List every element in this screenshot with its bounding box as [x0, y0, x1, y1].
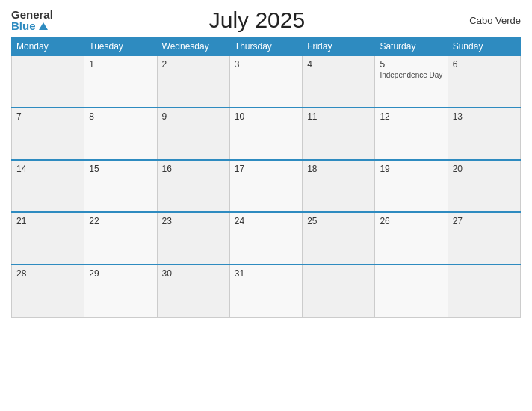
day-cell: 17 [229, 160, 302, 212]
day-cell: 22 [84, 212, 157, 265]
day-number: 19 [380, 164, 442, 174]
day-cell: 31 [229, 265, 302, 317]
day-number: 3 [235, 59, 297, 69]
day-cell: 15 [84, 160, 157, 212]
day-number: 21 [16, 216, 79, 226]
day-cell: 13 [448, 108, 520, 160]
day-cell: 24 [229, 212, 302, 265]
day-cell [303, 265, 375, 317]
day-cell [375, 265, 448, 317]
day-cell: 21 [12, 212, 84, 265]
header-wednesday: Wednesday [157, 38, 229, 56]
day-number: 1 [89, 59, 152, 69]
calendar-title: July 2025 [53, 7, 461, 33]
day-number: 30 [162, 268, 225, 279]
day-number: 15 [89, 164, 152, 174]
day-cell: 2 [157, 55, 229, 108]
day-cell: 5Independence Day [375, 55, 448, 108]
day-number: 23 [162, 216, 225, 226]
day-cell: 16 [157, 160, 229, 212]
header-friday: Friday [303, 38, 375, 56]
day-number: 16 [162, 164, 225, 174]
day-cell: 28 [12, 265, 84, 317]
calendar-table: Monday Tuesday Wednesday Thursday Friday… [11, 37, 521, 318]
day-cell: 9 [157, 108, 229, 160]
day-number: 29 [89, 268, 152, 279]
day-cell: 18 [303, 160, 375, 212]
day-cell [12, 55, 84, 108]
logo-triangle-icon [39, 22, 48, 30]
day-number: 11 [307, 111, 370, 122]
day-cell: 29 [84, 265, 157, 317]
days-header-row: Monday Tuesday Wednesday Thursday Friday… [12, 38, 521, 56]
week-row-4: 21222324252627 [12, 212, 521, 265]
logo: General Blue [11, 9, 53, 31]
day-number: 8 [89, 111, 152, 122]
header-tuesday: Tuesday [84, 38, 157, 56]
calendar-header: General Blue July 2025 Cabo Verde [11, 7, 521, 33]
day-cell: 11 [303, 108, 375, 160]
day-number: 24 [235, 216, 297, 226]
day-number: 6 [453, 59, 516, 69]
day-number: 31 [235, 268, 297, 279]
week-row-1: 12345Independence Day6 [12, 55, 521, 108]
day-number: 7 [16, 111, 79, 122]
day-number: 5 [380, 59, 442, 69]
day-cell: 20 [448, 160, 520, 212]
day-number: 10 [235, 111, 297, 122]
day-number: 18 [307, 164, 370, 174]
day-number: 28 [16, 268, 79, 279]
day-number: 17 [235, 164, 297, 174]
day-cell: 3 [229, 55, 302, 108]
day-number: 20 [453, 164, 516, 174]
week-row-3: 14151617181920 [12, 160, 521, 212]
day-number: 2 [162, 59, 225, 69]
header-saturday: Saturday [375, 38, 448, 56]
day-cell: 26 [375, 212, 448, 265]
day-cell: 8 [84, 108, 157, 160]
day-cell: 30 [157, 265, 229, 317]
day-cell: 23 [157, 212, 229, 265]
day-number: 14 [16, 164, 79, 174]
day-cell: 12 [375, 108, 448, 160]
day-cell: 27 [448, 212, 520, 265]
day-number: 9 [162, 111, 225, 122]
day-cell [448, 265, 520, 317]
day-number: 12 [380, 111, 442, 122]
week-row-2: 78910111213 [12, 108, 521, 160]
header-monday: Monday [12, 38, 84, 56]
day-number: 25 [307, 216, 370, 226]
day-cell: 4 [303, 55, 375, 108]
logo-general-text: General [11, 9, 53, 20]
day-number: 26 [380, 216, 442, 226]
week-row-5: 28293031 [12, 265, 521, 317]
day-cell: 14 [12, 160, 84, 212]
day-cell: 6 [448, 55, 520, 108]
day-number: 22 [89, 216, 152, 226]
day-cell: 1 [84, 55, 157, 108]
day-cell: 7 [12, 108, 84, 160]
header-thursday: Thursday [229, 38, 302, 56]
header-sunday: Sunday [448, 38, 520, 56]
day-cell: 19 [375, 160, 448, 212]
day-cell: 10 [229, 108, 302, 160]
logo-blue-text: Blue [11, 20, 48, 31]
day-number: 27 [453, 216, 516, 226]
day-number: 4 [307, 59, 370, 69]
day-event: Independence Day [380, 71, 442, 79]
day-number: 13 [453, 111, 516, 122]
country-label: Cabo Verde [461, 15, 521, 26]
day-cell: 25 [303, 212, 375, 265]
